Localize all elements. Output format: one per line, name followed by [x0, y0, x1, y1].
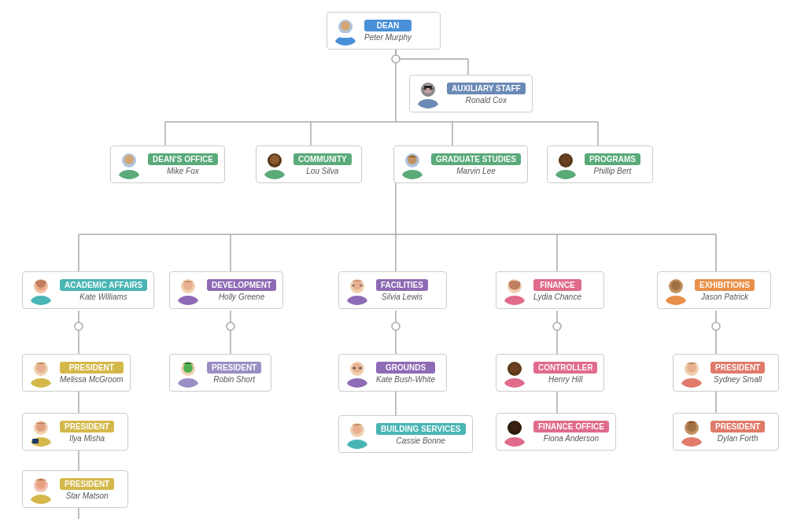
- node-grounds-label: GROUNDS: [376, 362, 435, 374]
- svg-point-40: [712, 322, 720, 330]
- node-academic-name: Kate Williams: [60, 293, 147, 301]
- node-finance-label: FINANCE: [533, 279, 581, 291]
- node-pres6-name: Dylan Forth: [710, 434, 765, 443]
- avatar-facilities: [342, 275, 372, 305]
- node-pres4[interactable]: PRESIDENT Robin Short: [169, 354, 271, 392]
- node-finance-name: Lydia Chance: [533, 293, 581, 301]
- node-building-label: BUILDING SERVICES: [376, 423, 466, 435]
- node-fin-office[interactable]: FINANCE OFFICE Fiona Anderson: [496, 413, 616, 451]
- org-chart: DEAN Peter Murphy AUXILIARY STAFF Ronald…: [0, 0, 812, 16]
- node-pres6[interactable]: PRESIDENT Dylan Forth: [673, 413, 779, 451]
- node-controller-name: Henry Hill: [533, 375, 597, 384]
- node-pres1[interactable]: PRESIDENT Melissa McGroom: [22, 354, 131, 392]
- node-graduate[interactable]: GRADUATE STUDIES Marvin Lee: [393, 145, 528, 183]
- svg-point-37: [227, 322, 234, 330]
- svg-point-112: [687, 422, 696, 432]
- node-development-label: DEVELOPMENT: [207, 279, 276, 291]
- avatar-exhibitions: [661, 275, 691, 305]
- svg-point-82: [36, 363, 46, 373]
- node-building[interactable]: BUILDING SERVICES Cassie Bonne: [338, 415, 473, 453]
- svg-point-36: [75, 322, 83, 330]
- node-facilities[interactable]: FACILITIES Silvia Lewis: [338, 271, 447, 309]
- node-auxiliary-name: Ronald Cox: [447, 96, 526, 105]
- node-auxiliary-label: AUXILIARY STAFF: [447, 83, 526, 94]
- node-auxiliary[interactable]: AUXILIARY STAFF Ronald Cox: [409, 75, 533, 112]
- svg-point-108: [681, 378, 702, 388]
- svg-point-38: [392, 322, 400, 330]
- svg-point-97: [359, 367, 362, 370]
- svg-point-89: [36, 480, 46, 489]
- avatar-dean: [330, 16, 360, 46]
- svg-point-61: [555, 170, 576, 179]
- avatar-academic: [26, 275, 56, 305]
- node-graduate-name: Marvin Lee: [431, 167, 521, 175]
- node-pres2-name: Ilya Misha: [60, 434, 114, 443]
- node-pres5[interactable]: PRESIDENT Sydney Small: [673, 354, 779, 392]
- node-community-name: Lou Silva: [293, 167, 352, 175]
- svg-point-50: [430, 88, 433, 90]
- svg-point-81: [31, 378, 51, 388]
- avatar-community: [260, 149, 290, 179]
- svg-point-111: [681, 437, 702, 447]
- node-fin-office-label: FINANCE OFFICE: [533, 421, 609, 432]
- svg-point-52: [119, 170, 139, 179]
- node-community[interactable]: COMMUNITY Lou Silva: [256, 145, 362, 183]
- node-deans-office-name: Mike Fox: [148, 167, 218, 175]
- svg-point-44: [341, 21, 350, 31]
- node-facilities-label: FACILITIES: [376, 279, 428, 291]
- node-pres5-label: PRESIDENT: [710, 362, 765, 374]
- avatar-pres6: [677, 417, 707, 447]
- avatar-fin-office: [500, 417, 530, 447]
- avatar-pres2: [26, 417, 56, 447]
- svg-point-99: [347, 440, 367, 449]
- node-development-name: Holly Greene: [207, 293, 276, 301]
- avatar-pres4: [173, 358, 203, 388]
- svg-point-46: [418, 99, 438, 109]
- avatar-deans-office: [114, 149, 144, 179]
- avatar-finance: [500, 275, 530, 305]
- node-academic-label: ACADEMIC AFFAIRS: [60, 279, 147, 291]
- node-controller-label: CONTROLLER: [533, 362, 597, 374]
- svg-point-58: [402, 170, 423, 179]
- svg-point-72: [352, 285, 355, 287]
- svg-point-92: [183, 363, 193, 373]
- node-pres1-label: PRESIDENT: [60, 362, 124, 374]
- avatar-pres1: [26, 358, 56, 388]
- avatar-auxiliary: [413, 79, 443, 109]
- node-controller[interactable]: CONTROLLER Henry Hill: [496, 354, 604, 392]
- svg-point-106: [510, 422, 519, 432]
- svg-rect-43: [341, 33, 350, 38]
- node-fin-office-name: Fiona Anderson: [533, 434, 609, 443]
- svg-point-62: [561, 155, 570, 164]
- svg-point-35: [392, 55, 400, 63]
- node-pres5-name: Sydney Small: [710, 375, 765, 384]
- avatar-grounds: [342, 358, 372, 388]
- avatar-pres5: [677, 358, 707, 388]
- node-academic[interactable]: ACADEMIC AFFAIRS Kate Williams: [22, 271, 154, 309]
- node-finance[interactable]: FINANCE Lydia Chance: [496, 271, 604, 309]
- node-programs[interactable]: PROGRAMS Phillip Bert: [547, 145, 653, 183]
- node-pres4-name: Robin Short: [207, 375, 261, 384]
- avatar-controller: [500, 358, 530, 388]
- node-pres2[interactable]: PRESIDENT Ilya Misha: [22, 413, 128, 451]
- node-deans-office[interactable]: DEAN'S OFFICE Mike Fox: [110, 145, 225, 183]
- node-deans-office-label: DEAN'S OFFICE: [148, 153, 218, 165]
- svg-point-55: [264, 170, 285, 179]
- svg-point-78: [666, 296, 686, 305]
- node-exhibitions-name: Jason Patrick: [695, 293, 755, 301]
- svg-point-64: [31, 296, 51, 305]
- node-pres2-label: PRESIDENT: [60, 421, 114, 432]
- node-exhibitions[interactable]: EXHIBITIONS Jason Patrick: [657, 271, 771, 309]
- node-grounds-name: Kate Bush-White: [376, 375, 435, 384]
- node-grounds[interactable]: GROUNDS Kate Bush-White: [338, 354, 447, 392]
- node-pres3-name: Star Matson: [60, 491, 114, 500]
- avatar-graduate: [397, 149, 427, 179]
- node-dean-name: Peter Murphy: [364, 33, 412, 42]
- node-dean-label: DEAN: [364, 20, 412, 31]
- node-programs-name: Phillip Bert: [585, 167, 640, 175]
- node-pres3[interactable]: PRESIDENT Star Matson: [22, 470, 128, 508]
- svg-point-67: [178, 296, 198, 305]
- node-dean[interactable]: DEAN Peter Murphy: [327, 12, 441, 50]
- node-development[interactable]: DEVELOPMENT Holly Greene: [169, 271, 283, 309]
- svg-point-88: [31, 495, 51, 504]
